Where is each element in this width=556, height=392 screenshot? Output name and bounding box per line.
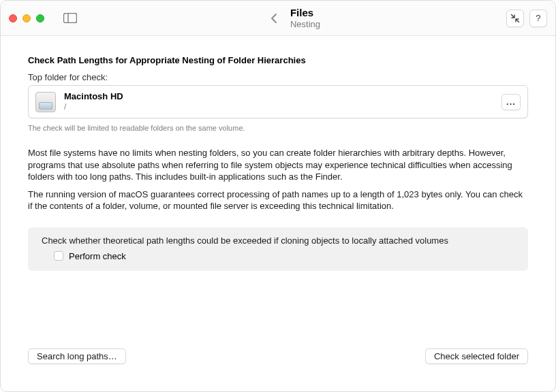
description-text: Most file systems have no limits when ne… — [28, 147, 528, 218]
top-folder-label: Top folder for check: — [28, 72, 528, 82]
collapse-button[interactable] — [506, 10, 524, 27]
check-selected-folder-button[interactable]: Check selected folder — [425, 348, 528, 364]
collapse-icon — [510, 14, 520, 23]
volume-hint: The check will be limited to readable fo… — [28, 124, 528, 132]
choose-folder-button[interactable]: ... — [501, 94, 521, 110]
folder-path: / — [64, 102, 493, 112]
close-window-button[interactable] — [9, 14, 17, 22]
zoom-window-button[interactable] — [36, 14, 44, 22]
titlebar-right-controls: ? — [506, 10, 547, 27]
perform-check-label: Perform check — [69, 251, 126, 261]
content-area: Check Path Lengths for Appropriate Nesti… — [1, 36, 555, 391]
description-paragraph-2: The running version of macOS guarantees … — [28, 189, 528, 212]
title-block: Files Nesting — [290, 7, 320, 30]
window-titlebar: Files Nesting ? — [1, 1, 555, 36]
description-paragraph-1: Most file systems have no limits when ne… — [28, 147, 528, 183]
svg-rect-0 — [64, 14, 77, 23]
back-button[interactable] — [266, 10, 282, 27]
folder-selector: Macintosh HD / ... — [28, 85, 528, 118]
page-heading: Check Path Lengths for Appropriate Nesti… — [28, 55, 528, 65]
sidebar-icon — [63, 13, 77, 23]
window-title: Files — [290, 7, 320, 19]
option-panel: Check whether theoretical path lengths c… — [28, 227, 528, 271]
window-subtitle: Nesting — [290, 19, 320, 30]
minimize-window-button[interactable] — [22, 14, 31, 22]
bottom-button-bar: Search long paths… Check selected folder — [28, 348, 528, 378]
sidebar-toggle-button[interactable] — [61, 12, 80, 25]
folder-info: Macintosh HD / — [64, 91, 493, 112]
perform-check-row: Perform check — [42, 251, 514, 261]
perform-check-checkbox[interactable] — [54, 251, 63, 261]
disk-icon — [35, 92, 56, 112]
search-long-paths-button[interactable]: Search long paths… — [28, 348, 126, 364]
window-controls — [9, 14, 44, 22]
option-heading: Check whether theoretical path lengths c… — [42, 235, 514, 246]
help-button[interactable]: ? — [529, 10, 547, 27]
chevron-left-icon — [271, 13, 277, 24]
folder-name: Macintosh HD — [64, 91, 493, 102]
